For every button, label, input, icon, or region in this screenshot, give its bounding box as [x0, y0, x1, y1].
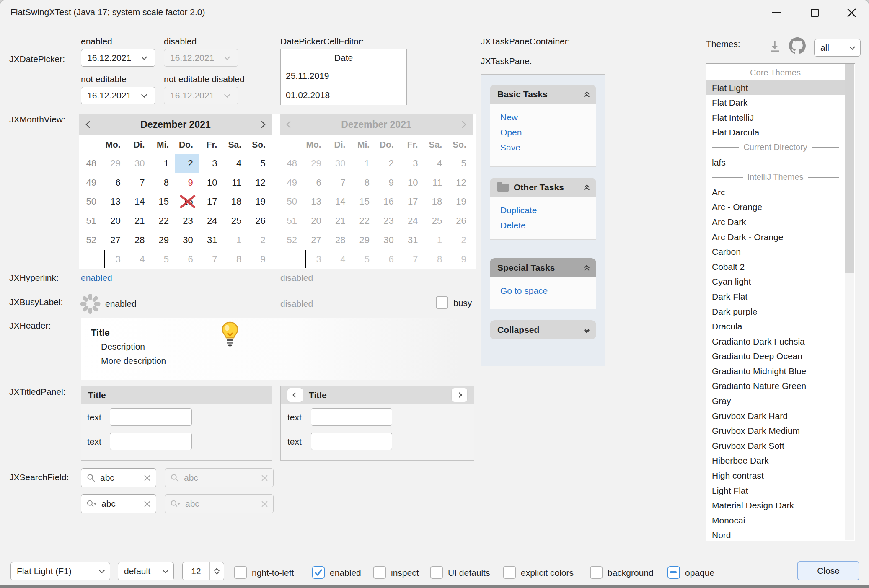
close-window-button[interactable]	[838, 3, 865, 22]
theme-list-item[interactable]: High contrast	[706, 468, 845, 483]
theme-list-item[interactable]: Gray	[706, 394, 845, 409]
theme-list-item[interactable]: Gruvbox Dark Soft	[706, 438, 845, 453]
day-cell[interactable]: 7	[199, 250, 224, 269]
prev-button[interactable]	[287, 388, 303, 402]
close-button[interactable]: Close	[797, 561, 859, 580]
search-menu-icon[interactable]	[86, 499, 97, 509]
day-cell[interactable]: 18	[223, 192, 248, 212]
day-cell[interactable]: 7	[127, 173, 151, 192]
checkbox-busy[interactable]	[436, 296, 448, 309]
day-cell[interactable]: 2	[175, 154, 199, 173]
text-field[interactable]	[110, 408, 192, 426]
datepicker-dropdown-button[interactable]	[134, 87, 153, 104]
theme-list-item[interactable]: Monocai	[706, 513, 845, 528]
checkbox-explicit-colors[interactable]	[503, 566, 516, 579]
day-cell[interactable]: 21	[127, 211, 151, 231]
checkbox-inspect[interactable]	[373, 566, 386, 579]
task-link[interactable]: New	[500, 110, 596, 125]
day-cell[interactable]: 6	[103, 173, 127, 192]
theme-list-item[interactable]: Gradianto Midnight Blue	[706, 364, 845, 379]
text-field[interactable]	[110, 433, 192, 450]
theme-list-item[interactable]: Flat Light	[706, 80, 845, 96]
minimize-button[interactable]	[763, 3, 791, 22]
taskpane-header[interactable]: Collapsed	[490, 320, 596, 339]
day-cell[interactable]: 25	[223, 211, 248, 231]
day-cell[interactable]: 31	[199, 231, 224, 250]
day-cell[interactable]: 23	[175, 211, 199, 231]
maximize-button[interactable]	[801, 3, 828, 22]
day-cell[interactable]: 17	[199, 192, 224, 212]
day-cell[interactable]: 16	[175, 192, 199, 212]
next-month-icon[interactable]	[259, 121, 266, 128]
datepicker-dropdown-button[interactable]	[134, 49, 153, 66]
theme-list-item[interactable]: Carbon	[706, 244, 845, 259]
search-input[interactable]	[100, 473, 140, 483]
day-cell[interactable]: 30	[127, 154, 151, 173]
laf-combo[interactable]: Flat Light (F1)	[10, 562, 110, 580]
collapse-icon[interactable]	[585, 184, 589, 192]
day-cell[interactable]: 24	[199, 211, 224, 231]
datepicker-enabled-input[interactable]	[81, 53, 134, 63]
day-cell[interactable]: 29	[103, 154, 127, 173]
day-cell[interactable]: 11	[223, 173, 248, 192]
day-cell[interactable]: 13	[103, 192, 127, 212]
day-cell[interactable]: 19	[248, 192, 272, 212]
day-cell[interactable]: 29	[151, 231, 175, 250]
theme-list-item[interactable]: Hiberbee Dark	[706, 453, 845, 468]
theme-list-item[interactable]: Gradianto Nature Green	[706, 378, 845, 394]
table-row[interactable]: 25.11.2019	[281, 66, 406, 85]
download-icon[interactable]	[768, 40, 781, 53]
theme-list-item[interactable]: Dark purple	[706, 304, 845, 319]
day-cell[interactable]: 9	[248, 250, 272, 269]
day-cell[interactable]: 3	[199, 154, 224, 173]
day-cell[interactable]: 10	[199, 173, 224, 192]
datepicker-not-editable-input[interactable]	[81, 91, 134, 101]
theme-list-item[interactable]: Arc	[706, 185, 845, 200]
day-cell[interactable]: 6	[175, 250, 199, 269]
theme-list-item[interactable]: Gradianto Deep Ocean	[706, 349, 845, 364]
day-cell[interactable]: 27	[103, 231, 127, 250]
day-cell[interactable]: 26	[248, 211, 272, 231]
theme-list-item[interactable]: Cyan light	[706, 274, 845, 289]
text-field[interactable]	[311, 408, 392, 426]
day-cell[interactable]: 4	[127, 250, 151, 269]
checkbox-UI-defaults[interactable]	[430, 566, 443, 579]
theme-list-item[interactable]: Arc Dark - Orange	[706, 230, 845, 245]
checkbox-enabled[interactable]	[312, 566, 325, 579]
checkbox-background[interactable]	[590, 566, 603, 579]
day-cell[interactable]: 1	[223, 231, 248, 250]
theme-filter-combo[interactable]: all	[814, 39, 861, 57]
taskpane-header[interactable]: Basic Tasks	[490, 85, 596, 104]
theme-list-item[interactable]: Nord	[706, 528, 845, 541]
text-field[interactable]	[311, 433, 392, 450]
theme-list-item[interactable]: Flat Dark	[706, 95, 845, 110]
font-size-value[interactable]: 12	[183, 562, 209, 580]
day-cell[interactable]: 28	[127, 231, 151, 250]
theme-list-item[interactable]: Flat IntelliJ	[706, 110, 845, 125]
day-cell[interactable]: 5	[151, 250, 175, 269]
collapse-icon[interactable]	[585, 264, 589, 272]
task-link[interactable]: Duplicate	[500, 203, 596, 218]
day-cell[interactable]: 12	[248, 173, 272, 192]
day-cell[interactable]: 15	[151, 192, 175, 212]
taskpane-header[interactable]: Special Tasks	[490, 258, 596, 277]
day-cell[interactable]: 4	[223, 154, 248, 173]
prev-month-icon[interactable]	[86, 121, 93, 128]
day-cell[interactable]: 14	[127, 192, 151, 212]
day-cell[interactable]: 1	[151, 154, 175, 173]
collapse-icon[interactable]	[585, 91, 589, 98]
task-link[interactable]: Open	[500, 125, 596, 140]
search-input[interactable]	[101, 499, 140, 509]
day-cell[interactable]: 9	[175, 173, 199, 192]
clear-icon[interactable]	[144, 474, 151, 482]
clear-icon[interactable]	[144, 500, 151, 508]
theme-list-item[interactable]: Gruvbox Dark Medium	[706, 423, 845, 438]
style-combo[interactable]: default	[118, 562, 174, 580]
github-icon[interactable]	[789, 37, 806, 54]
theme-list-item[interactable]: Gradianto Dark Fuchsia	[706, 334, 845, 349]
day-cell[interactable]: 5	[248, 154, 272, 173]
taskpane-header[interactable]: Other Tasks	[490, 178, 596, 197]
theme-list-item[interactable]: Dracula	[706, 319, 845, 334]
theme-list-item[interactable]: lafs	[706, 155, 845, 170]
next-button[interactable]	[452, 388, 467, 402]
